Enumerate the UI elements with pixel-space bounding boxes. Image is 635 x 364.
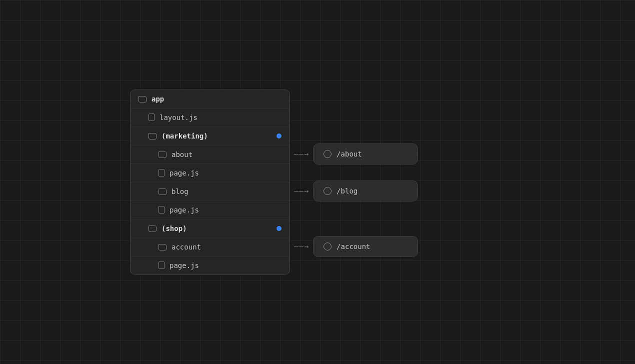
tree-label-layout: layout.js	[160, 114, 198, 122]
tree-row-account: account	[130, 238, 290, 256]
file-icon-blog-page	[158, 206, 164, 214]
tree-row-blog-page: page.js	[130, 201, 290, 220]
folder-icon-shop	[148, 226, 156, 232]
tree-row-layout: layout.js	[130, 108, 290, 127]
tree-label-about: about	[172, 150, 192, 158]
file-tree: applayout.js(marketing)aboutpage.jsblogp…	[130, 90, 290, 275]
folder-icon-about	[158, 152, 166, 158]
tree-row-about-page: page.js	[130, 164, 290, 182]
tree-row-shop: (shop)	[130, 220, 290, 238]
folder-icon-marketing	[148, 133, 156, 140]
folder-icon-account	[158, 244, 166, 250]
tree-label-about-page: page.js	[170, 169, 199, 177]
blue-dot-marketing	[276, 134, 282, 138]
file-icon-about-page	[158, 169, 164, 176]
file-icon-layout	[148, 114, 154, 121]
tree-label-account: account	[172, 243, 201, 251]
tree-row-app: app	[130, 90, 290, 108]
tree-label-shop: (shop)	[162, 224, 187, 232]
tree-label-blog-page: page.js	[170, 206, 199, 214]
blue-dot-shop	[276, 226, 282, 231]
tree-row-blog: blog	[130, 182, 290, 201]
folder-icon-blog	[158, 188, 166, 195]
tree-row-account-page: page.js	[130, 256, 290, 274]
tree-row-about: about	[130, 146, 290, 164]
file-icon-account-page	[158, 262, 164, 269]
tree-label-account-page: page.js	[170, 262, 199, 270]
folder-icon-app	[138, 96, 146, 102]
tree-label-blog: blog	[172, 188, 188, 196]
tree-row-marketing: (marketing)	[130, 127, 290, 146]
tree-label-app: app	[152, 95, 164, 103]
tree-label-marketing: (marketing)	[162, 132, 208, 140]
